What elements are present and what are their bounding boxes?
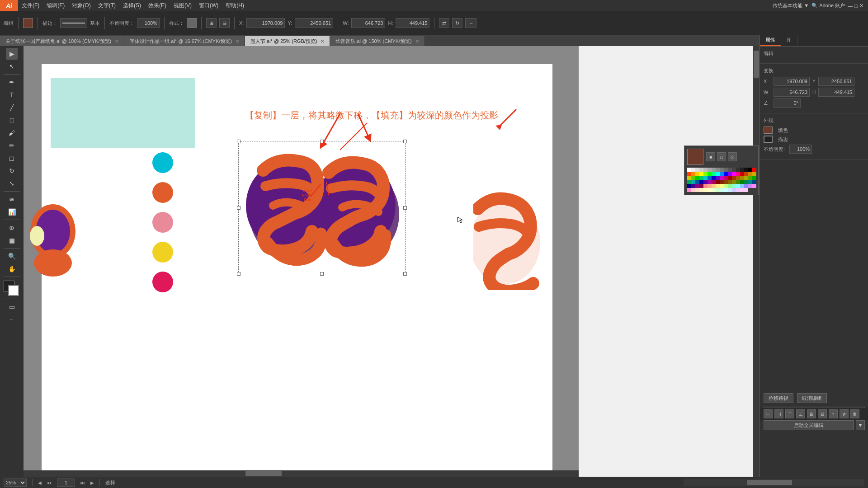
color-cell[interactable] [699, 184, 703, 188]
color-cell[interactable] [720, 172, 724, 176]
tab-3-close[interactable]: ✕ [415, 39, 419, 44]
color-cell[interactable] [695, 176, 699, 180]
color-cell[interactable] [716, 168, 720, 172]
right-tab-library[interactable]: 库 [781, 35, 797, 46]
align-btn[interactable]: ⊞ [206, 18, 217, 28]
auto-layout-btn[interactable]: 启动全局编辑 [764, 420, 854, 430]
color-cell[interactable] [703, 184, 708, 188]
color-cell[interactable] [744, 184, 748, 188]
color-cell[interactable] [712, 184, 716, 188]
right-tab-properties[interactable]: 属性 [760, 35, 781, 46]
align-bottom-icon[interactable]: ⊟ [818, 409, 827, 418]
tool-graph[interactable]: 📊 [6, 206, 18, 218]
h-input[interactable] [396, 18, 429, 28]
menu-help[interactable]: 帮助(H) [222, 0, 248, 11]
color-cell[interactable] [720, 188, 724, 192]
menu-edit[interactable]: 编辑(E) [43, 0, 68, 11]
h-scrollbar-thumb[interactable] [245, 471, 282, 476]
h-scroll-thumb-status[interactable] [747, 480, 792, 485]
color-cell[interactable] [748, 184, 752, 188]
color-cell[interactable] [720, 176, 724, 180]
color-cell[interactable] [752, 168, 756, 172]
color-cell[interactable] [728, 176, 732, 180]
color-cell[interactable] [708, 168, 712, 172]
color-cell[interactable] [687, 172, 691, 176]
color-cell[interactable] [691, 172, 695, 176]
zoom-select[interactable]: 25% 50% 100% 150% 200% [4, 479, 27, 487]
color-cell[interactable] [732, 176, 736, 180]
color-cell[interactable] [744, 168, 748, 172]
color-cell[interactable] [712, 168, 716, 172]
tool-warp[interactable]: ≋ [6, 193, 18, 205]
color-cell[interactable] [748, 168, 752, 172]
x-field-r[interactable] [774, 77, 810, 86]
color-cell[interactable] [720, 184, 724, 188]
vertical-scrollbar[interactable] [753, 46, 760, 488]
cancel-edit-btn[interactable]: 取消编组 [797, 393, 827, 403]
color-cell[interactable] [736, 168, 740, 172]
distribute-v-icon[interactable]: ≢ [840, 409, 849, 418]
search-icon[interactable]: 🔍 [811, 3, 818, 9]
color-cell[interactable] [699, 172, 703, 176]
window-minimize[interactable]: — [848, 3, 853, 9]
color-cell[interactable] [724, 172, 728, 176]
color-cell[interactable] [744, 180, 748, 184]
h-field-r[interactable] [818, 88, 854, 97]
color-cell[interactable] [691, 188, 695, 192]
color-cell[interactable] [691, 176, 695, 180]
opacity-input[interactable] [137, 18, 160, 28]
color-cell[interactable] [695, 168, 699, 172]
stroke-color-box[interactable] [764, 136, 773, 143]
color-cell[interactable] [712, 172, 716, 176]
color-cell[interactable] [748, 172, 752, 176]
color-cell[interactable] [687, 180, 691, 184]
color-cell[interactable] [695, 172, 699, 176]
tool-zoom[interactable]: 🔍 [6, 250, 18, 262]
handle-bl[interactable] [237, 272, 241, 276]
color-cell[interactable] [708, 188, 712, 192]
color-cell[interactable] [716, 180, 720, 184]
color-cell[interactable] [691, 184, 695, 188]
tool-paintbrush[interactable]: 🖌 [6, 127, 18, 139]
tool-line[interactable]: ╱ [6, 102, 18, 113]
tab-2[interactable]: 愚人节.ai* @ 25% (RGB/预览) ✕ [245, 36, 330, 46]
color-cell[interactable] [716, 172, 720, 176]
tool-extra[interactable]: ··· [10, 317, 14, 322]
tool-column-graph[interactable]: ▦ [6, 235, 18, 246]
trash-icon[interactable]: 🗑 [850, 409, 859, 418]
fill-color-swatch[interactable] [23, 18, 33, 28]
stroke-preview[interactable] [60, 18, 87, 28]
color-cell[interactable] [716, 184, 720, 188]
color-cell[interactable] [740, 180, 744, 184]
handle-tl[interactable] [237, 140, 241, 143]
color-cell[interactable] [728, 180, 732, 184]
w-field-r[interactable] [774, 88, 810, 97]
handle-ml[interactable] [237, 206, 241, 210]
color-cell[interactable] [695, 180, 699, 184]
color-cell[interactable] [708, 176, 712, 180]
palette-icon-1[interactable]: ■ [706, 152, 715, 161]
angle-field-r[interactable] [774, 99, 801, 108]
tool-pen[interactable]: ✒ [6, 76, 18, 88]
color-cell[interactable] [752, 180, 756, 184]
y-input[interactable] [295, 18, 333, 28]
tool-rect[interactable]: □ [6, 114, 18, 126]
page-last-btn[interactable]: ⏭ [80, 480, 85, 485]
x-input[interactable] [246, 18, 285, 28]
color-cell[interactable] [691, 180, 695, 184]
fill-color-box[interactable] [764, 127, 773, 134]
distribute-btn[interactable]: ⊟ [219, 18, 230, 28]
color-cell[interactable] [720, 180, 724, 184]
menu-object[interactable]: 对象(O) [68, 0, 94, 11]
color-cell[interactable] [740, 184, 744, 188]
color-cell[interactable] [712, 188, 716, 192]
color-cell[interactable] [732, 184, 736, 188]
handle-br[interactable] [403, 272, 407, 276]
align-top-icon[interactable]: ⊥ [796, 409, 805, 418]
color-cell[interactable] [708, 184, 712, 188]
palette-main-swatch[interactable] [687, 149, 703, 165]
page-next-btn[interactable]: ▶ [90, 480, 94, 485]
v-scrollbar-thumb[interactable] [754, 51, 759, 78]
color-cell[interactable] [740, 168, 744, 172]
tool-eraser[interactable]: ◻ [6, 152, 18, 164]
